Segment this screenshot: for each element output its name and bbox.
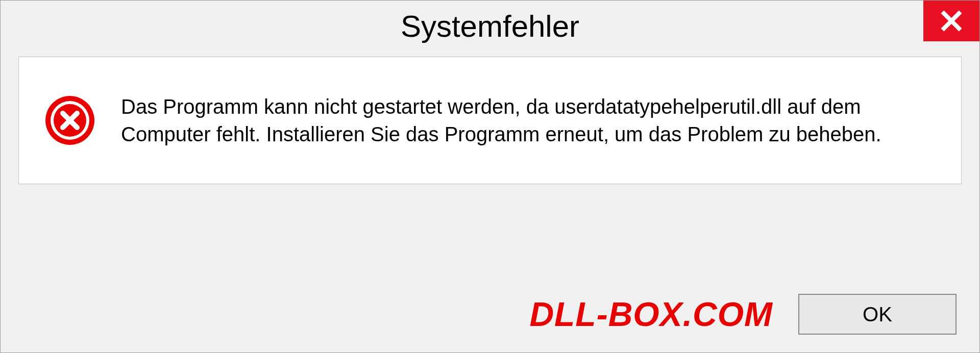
close-button[interactable] [923,1,979,41]
dialog-footer: DLL-BOX.COM OK [1,276,979,352]
ok-button[interactable]: OK [798,294,957,335]
dialog-title: Systemfehler [401,9,579,44]
message-panel: Das Programm kann nicht gestartet werden… [18,57,962,184]
close-icon [940,10,963,32]
titlebar: Systemfehler [1,1,979,52]
watermark-text: DLL-BOX.COM [529,295,773,334]
error-icon [44,95,95,146]
error-message: Das Programm kann nicht gestartet werden… [121,93,930,148]
